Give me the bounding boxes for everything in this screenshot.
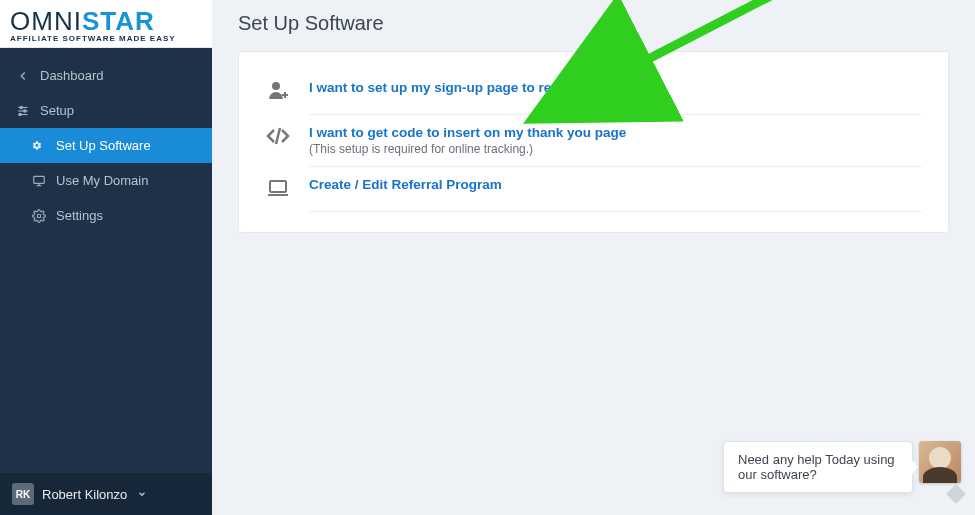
user-name: Robert Kilonzo [42,487,127,502]
sidebar: OMNISTAR AFFILIATE SOFTWARE MADE EASY Da… [0,0,212,515]
setup-options-card: I want to set up my sign-up page to regi… [238,51,949,233]
laptop-icon [265,175,291,201]
svg-rect-11 [270,181,286,192]
sidebar-item-setup[interactable]: Setup [0,93,212,128]
chat-widget[interactable]: Need any help Today using our software? [723,441,961,493]
sidebar-item-label: Setup [40,103,74,118]
sidebar-item-label: Dashboard [40,68,104,83]
option-get-code[interactable]: I want to get code to insert on my thank… [265,115,922,166]
sidebar-nav: Dashboard Setup Set Up Software Use My D… [0,48,212,473]
monitor-icon [32,174,46,188]
brand-name-accent: STAR [82,6,155,37]
chevron-down-icon [137,487,147,502]
option-link: I want to set up my sign-up page to regi… [309,80,658,95]
option-note: (This setup is required for online track… [309,142,626,156]
user-plus-icon [265,78,291,104]
sidebar-item-use-my-domain[interactable]: Use My Domain [0,163,212,198]
option-link: Create / Edit Referral Program [309,177,502,192]
svg-line-10 [276,128,280,144]
chat-avatar[interactable] [919,441,961,483]
sidebar-item-settings[interactable]: Settings [0,198,212,233]
sidebar-item-setup-software[interactable]: Set Up Software [0,128,212,163]
chat-message: Need any help Today using our software? [738,452,895,482]
page-title: Set Up Software [238,12,949,35]
user-menu[interactable]: RK Robert Kilonzo [0,473,212,515]
sidebar-item-label: Set Up Software [56,138,151,153]
gears-icon [32,139,46,153]
gear-icon [32,209,46,223]
svg-point-9 [37,214,41,218]
svg-point-5 [19,113,21,115]
sidebar-item-label: Settings [56,208,103,223]
brand-logo: OMNISTAR AFFILIATE SOFTWARE MADE EASY [0,0,212,48]
sidebar-item-dashboard[interactable]: Dashboard [0,58,212,93]
divider [309,211,922,212]
option-signup-page[interactable]: I want to set up my sign-up page to regi… [265,70,922,114]
brand-name-plain: OMNI [10,6,82,37]
avatar: RK [12,483,34,505]
brand-tagline: AFFILIATE SOFTWARE MADE EASY [10,34,202,43]
svg-point-3 [20,106,22,108]
svg-point-4 [24,109,26,111]
code-icon [265,123,291,149]
svg-rect-6 [34,176,45,183]
option-link: I want to get code to insert on my thank… [309,125,626,140]
chat-bubble: Need any help Today using our software? [723,441,913,493]
sidebar-item-label: Use My Domain [56,173,148,188]
sliders-icon [16,104,30,118]
chevron-left-icon [16,69,30,83]
main-content: Set Up Software I want to set up my sign… [212,0,975,515]
option-referral-program[interactable]: Create / Edit Referral Program [265,167,922,211]
